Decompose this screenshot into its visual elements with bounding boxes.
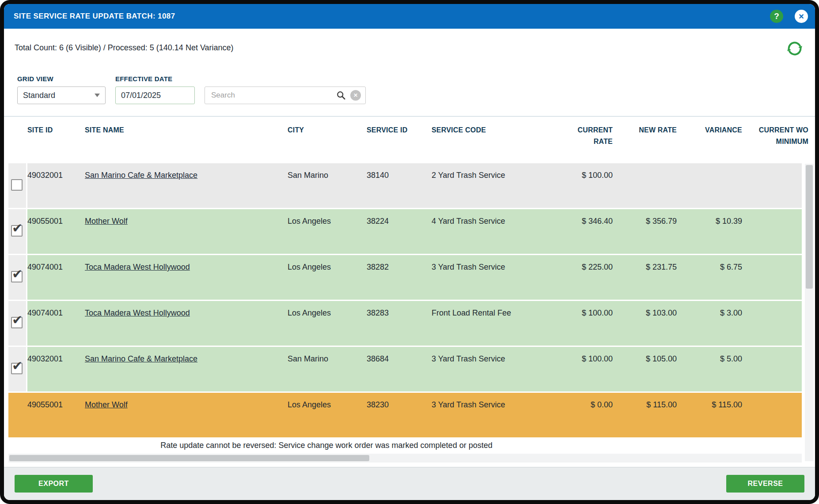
col-header-site-id[interactable]: SITE ID (27, 117, 85, 163)
current-rate-cell: $ 100.00 (557, 347, 616, 391)
col-header-new-rate[interactable]: NEW RATE (616, 117, 680, 163)
site-name-link[interactable]: Toca Madera West Hollywood (85, 263, 190, 271)
effective-date-label: EFFECTIVE DATE (115, 75, 195, 83)
site-name-cell: Toca Madera West Hollywood (85, 255, 288, 300)
rate-update-grid: SITE ID SITE NAME CITY SERVICE ID SERVIC… (4, 116, 815, 463)
col-header-wo-line1: CURRENT WO (746, 124, 808, 136)
reverse-button[interactable]: REVERSE (726, 475, 804, 493)
site-name-link[interactable]: Mother Wolf (85, 217, 128, 226)
table-row: 49032001 San Marino Cafe & Marketplace S… (8, 163, 815, 208)
grid-view-select[interactable]: Standard (17, 87, 106, 104)
service-code-cell: 4 Yard Trash Service (432, 209, 557, 254)
city-cell: Los Angeles (288, 393, 367, 437)
horizontal-scrollbar-thumb[interactable] (9, 455, 369, 461)
row-checkbox-cell: ✔ (8, 255, 27, 300)
vertical-scrollbar[interactable] (805, 164, 814, 461)
service-id-cell: 38140 (367, 163, 432, 208)
current-rate-cell: $ 100.00 (557, 301, 616, 346)
service-code-cell: 3 Yard Trash Service (432, 393, 557, 437)
row-checkbox[interactable]: ✔ (11, 225, 23, 237)
clear-glyph: ✕ (353, 92, 358, 98)
new-rate-cell (616, 163, 680, 208)
grid-view-label: GRID VIEW (17, 75, 106, 83)
checkmark-icon: ✔ (12, 360, 23, 372)
variance-cell (680, 163, 746, 208)
help-icon[interactable]: ? (770, 10, 783, 23)
effective-date-input[interactable] (115, 87, 195, 104)
wo-minimum-cell (746, 393, 802, 437)
row-checkbox[interactable]: ✔ (11, 317, 23, 328)
current-rate-cell: $ 0.00 (557, 393, 616, 437)
new-rate-cell: $ 115.00 (616, 393, 680, 437)
checkmark-icon: ✔ (12, 222, 23, 235)
site-id-cell: 49032001 (27, 163, 85, 208)
search-box: ✕ (205, 87, 366, 104)
warning-message: Rate update cannot be reversed: Service … (8, 439, 645, 452)
row-checkbox[interactable]: ✔ (11, 363, 23, 374)
grid-view-group: GRID VIEW Standard (17, 75, 106, 104)
row-checkbox-cell: ✔ (8, 209, 27, 254)
new-rate-cell: $ 105.00 (616, 347, 680, 391)
service-code-cell: Front Load Rental Fee (432, 301, 557, 346)
site-name-cell: San Marino Cafe & Marketplace (85, 347, 288, 391)
city-cell: Los Angeles (288, 255, 367, 300)
search-input[interactable] (210, 90, 332, 100)
site-id-cell: 49055001 (27, 209, 85, 254)
col-header-city[interactable]: CITY (288, 117, 367, 163)
export-button[interactable]: EXPORT (15, 475, 93, 493)
summary-bar: Total Count: 6 (6 Visible) / Processed: … (4, 29, 815, 57)
table-row: ✔ 49055001 Mother Wolf Los Angeles 38224… (8, 209, 815, 254)
row-checkbox-cell: ✔ (8, 301, 27, 346)
wo-minimum-cell (746, 209, 802, 254)
col-header-current-wo-minimum[interactable]: CURRENT WO MINIMUM (746, 117, 812, 163)
col-header-variance[interactable]: VARIANCE (680, 117, 746, 163)
service-id-cell: 38230 (367, 393, 432, 437)
window-frame: SITE SERVICE RATE UPDATE BATCH: 1087 ? ✕… (0, 0, 819, 504)
site-name-link[interactable]: San Marino Cafe & Marketplace (85, 354, 197, 363)
service-id-cell: 38224 (367, 209, 432, 254)
site-name-link[interactable]: San Marino Cafe & Marketplace (85, 171, 197, 180)
checkmark-icon: ✔ (12, 268, 23, 281)
col-header-current-rate[interactable]: CURRENT RATE (557, 117, 616, 163)
grid-header-row: SITE ID SITE NAME CITY SERVICE ID SERVIC… (8, 117, 815, 163)
new-rate-cell: $ 103.00 (616, 301, 680, 346)
site-name-link[interactable]: Mother Wolf (85, 400, 128, 409)
dialog-footer: EXPORT REVERSE (4, 467, 815, 500)
close-icon[interactable]: ✕ (795, 10, 808, 23)
service-id-cell: 38684 (367, 347, 432, 391)
service-id-cell: 38283 (367, 301, 432, 346)
col-header-service-code[interactable]: SERVICE CODE (432, 117, 557, 163)
row-checkbox-cell: ✔ (8, 347, 27, 391)
variance-cell: $ 10.39 (680, 209, 746, 254)
dialog-titlebar: SITE SERVICE RATE UPDATE BATCH: 1087 ? ✕ (4, 4, 815, 29)
variance-cell: $ 3.00 (680, 301, 746, 346)
wo-minimum-cell (746, 255, 802, 300)
col-header-checkbox (8, 117, 27, 163)
site-id-cell: 49032001 (27, 347, 85, 391)
wo-minimum-cell (746, 347, 802, 391)
col-header-site-name[interactable]: SITE NAME (85, 117, 288, 163)
row-checkbox[interactable]: ✔ (11, 271, 23, 282)
col-header-service-id[interactable]: SERVICE ID (367, 117, 432, 163)
table-row: ✔ 49074001 Toca Madera West Hollywood Lo… (8, 301, 815, 346)
clear-search-icon[interactable]: ✕ (350, 90, 361, 101)
horizontal-scrollbar[interactable] (8, 454, 802, 463)
current-rate-cell: $ 346.40 (557, 209, 616, 254)
site-name-cell: Mother Wolf (85, 393, 288, 437)
checkmark-icon: ✔ (12, 314, 23, 327)
wo-minimum-cell (746, 163, 802, 208)
summary-text: Total Count: 6 (6 Visible) / Processed: … (15, 42, 234, 53)
new-rate-cell: $ 231.75 (616, 255, 680, 300)
search-icon[interactable] (336, 90, 346, 100)
current-rate-cell: $ 100.00 (557, 163, 616, 208)
site-name-link[interactable]: Toca Madera West Hollywood (85, 308, 190, 317)
refresh-icon[interactable] (786, 40, 804, 57)
service-id-cell: 38282 (367, 255, 432, 300)
row-checkbox[interactable] (11, 179, 23, 191)
service-code-cell: 2 Yard Trash Service (432, 163, 557, 208)
table-row: ✔ 49032001 San Marino Cafe & Marketplace… (8, 347, 815, 391)
vertical-scrollbar-thumb[interactable] (806, 165, 813, 289)
site-id-cell: 49074001 (27, 255, 85, 300)
site-name-cell: Mother Wolf (85, 209, 288, 254)
chevron-down-icon (95, 94, 100, 97)
